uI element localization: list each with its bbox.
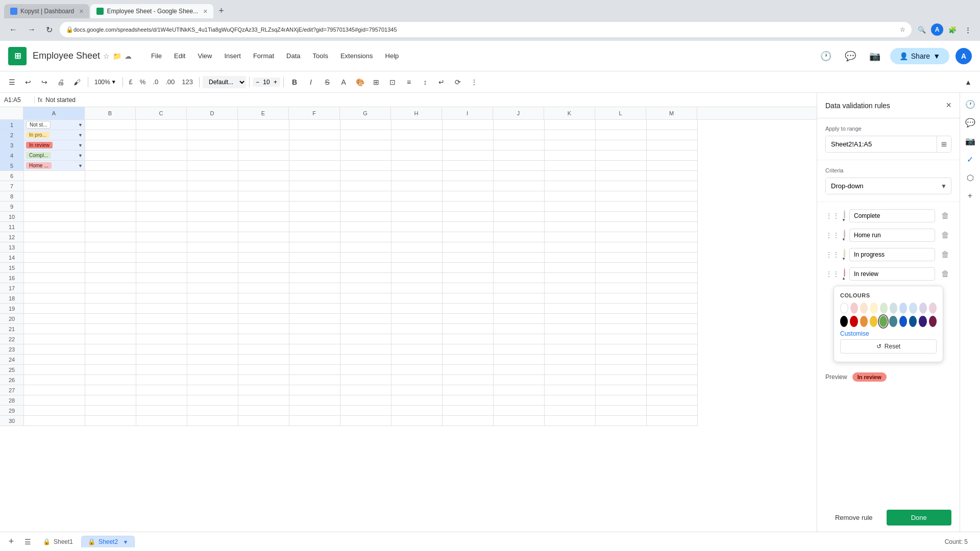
cell-I10[interactable] bbox=[443, 212, 494, 222]
cell-C7[interactable] bbox=[136, 181, 187, 191]
cell-M28[interactable] bbox=[647, 395, 698, 406]
cell-D29[interactable] bbox=[187, 406, 238, 416]
cell-E10[interactable] bbox=[238, 212, 289, 222]
cell-B27[interactable] bbox=[85, 385, 136, 395]
row-header-18[interactable]: 18 bbox=[0, 293, 23, 304]
cell-K2[interactable] bbox=[545, 130, 596, 140]
cell-K17[interactable] bbox=[545, 283, 596, 293]
cell-M24[interactable] bbox=[647, 355, 698, 365]
merge-btn[interactable]: ⊡ bbox=[385, 74, 400, 90]
cell-J1[interactable] bbox=[494, 120, 545, 130]
validation-side-icon[interactable]: ✓ bbox=[963, 152, 977, 166]
camera-side-icon[interactable]: 📷 bbox=[963, 134, 977, 148]
cell-B24[interactable] bbox=[85, 355, 136, 365]
cell-J22[interactable] bbox=[494, 334, 545, 344]
cell-I15[interactable] bbox=[443, 263, 494, 273]
menu-btn[interactable]: ☰ bbox=[4, 74, 19, 90]
user-avatar[interactable]: A bbox=[955, 48, 972, 64]
cell-E1[interactable] bbox=[238, 120, 289, 130]
cell-C24[interactable] bbox=[136, 355, 187, 365]
cell-B18[interactable] bbox=[85, 293, 136, 304]
cell-F23[interactable] bbox=[289, 344, 340, 355]
cell-C10[interactable] bbox=[136, 212, 187, 222]
cell-E2[interactable] bbox=[238, 130, 289, 140]
cell-I25[interactable] bbox=[443, 365, 494, 375]
color-swatch-dark-teal[interactable] bbox=[889, 316, 897, 327]
decrease-decimal[interactable]: .0 bbox=[150, 78, 161, 86]
cell-G16[interactable] bbox=[340, 273, 391, 283]
panel-close-button[interactable]: × bbox=[946, 100, 951, 111]
cell-A2[interactable]: In pro... ▼ bbox=[24, 130, 85, 140]
cell-C27[interactable] bbox=[136, 385, 187, 395]
cell-K23[interactable] bbox=[545, 344, 596, 355]
cell-H17[interactable] bbox=[391, 283, 443, 293]
cell-A8[interactable] bbox=[24, 191, 85, 202]
row-header-24[interactable]: 24 bbox=[0, 355, 23, 365]
cell-D25[interactable] bbox=[187, 365, 238, 375]
range-input[interactable] bbox=[826, 136, 937, 152]
color-swatch-light-green[interactable] bbox=[880, 303, 888, 314]
cell-F4[interactable] bbox=[289, 151, 340, 161]
dropdown-arrow-icon[interactable]: ▼ bbox=[78, 143, 83, 148]
profile-circle[interactable]: A bbox=[931, 23, 943, 36]
cell-K22[interactable] bbox=[545, 334, 596, 344]
cell-L12[interactable] bbox=[596, 232, 647, 242]
cell-A15[interactable] bbox=[24, 263, 85, 273]
cell-I23[interactable] bbox=[443, 344, 494, 355]
cell-D27[interactable] bbox=[187, 385, 238, 395]
cell-E25[interactable] bbox=[238, 365, 289, 375]
delete-in-review-button[interactable]: 🗑 bbox=[939, 267, 951, 281]
camera-icon[interactable]: 📷 bbox=[866, 47, 884, 65]
drag-handle-icon[interactable]: ⋮⋮ bbox=[825, 231, 840, 239]
cell-K7[interactable] bbox=[545, 181, 596, 191]
menu-tools[interactable]: Tools bbox=[308, 50, 333, 62]
color-dot-home-run[interactable]: ▼ bbox=[844, 229, 845, 241]
cell-C4[interactable] bbox=[136, 151, 187, 161]
cell-K16[interactable] bbox=[545, 273, 596, 283]
cell-I20[interactable] bbox=[443, 314, 494, 324]
cell-K5[interactable] bbox=[545, 161, 596, 171]
cell-H15[interactable] bbox=[391, 263, 443, 273]
cell-M20[interactable] bbox=[647, 314, 698, 324]
cell-A22[interactable] bbox=[24, 334, 85, 344]
cell-A5[interactable]: Home ... ▼ bbox=[24, 161, 85, 171]
cell-E14[interactable] bbox=[238, 253, 289, 263]
cell-D12[interactable] bbox=[187, 232, 238, 242]
reset-button[interactable]: ↺ Reset bbox=[840, 339, 937, 354]
cell-M30[interactable] bbox=[647, 416, 698, 426]
tab-kopyst[interactable]: Kopyst | Dashboard × bbox=[4, 4, 89, 18]
row-header-30[interactable]: 30 bbox=[0, 416, 23, 426]
cell-L6[interactable] bbox=[596, 171, 647, 181]
cell-M2[interactable] bbox=[647, 130, 698, 140]
reload-button[interactable]: ↻ bbox=[43, 23, 56, 37]
cell-F28[interactable] bbox=[289, 395, 340, 406]
cell-G1[interactable] bbox=[340, 120, 391, 130]
cell-K18[interactable] bbox=[545, 293, 596, 304]
col-header-I[interactable]: I bbox=[442, 107, 493, 119]
cell-M8[interactable] bbox=[647, 191, 698, 202]
cell-B11[interactable] bbox=[85, 222, 136, 232]
cell-E21[interactable] bbox=[238, 324, 289, 334]
row-header-26[interactable]: 26 bbox=[0, 375, 23, 385]
cell-B25[interactable] bbox=[85, 365, 136, 375]
cell-E12[interactable] bbox=[238, 232, 289, 242]
cell-I12[interactable] bbox=[443, 232, 494, 242]
color-swatch-light-yellow[interactable] bbox=[870, 303, 877, 314]
row-header-17[interactable]: 17 bbox=[0, 283, 23, 293]
cell-I14[interactable] bbox=[443, 253, 494, 263]
cell-F1[interactable] bbox=[289, 120, 340, 130]
row-header-8[interactable]: 8 bbox=[0, 191, 23, 202]
color-dot-in-review[interactable]: ▲ bbox=[844, 268, 845, 280]
cell-J13[interactable] bbox=[494, 242, 545, 253]
cell-L14[interactable] bbox=[596, 253, 647, 263]
cell-B3[interactable] bbox=[85, 140, 136, 151]
cell-F7[interactable] bbox=[289, 181, 340, 191]
cell-D4[interactable] bbox=[187, 151, 238, 161]
cell-F27[interactable] bbox=[289, 385, 340, 395]
cell-C6[interactable] bbox=[136, 171, 187, 181]
formula-content[interactable]: Not started bbox=[45, 96, 813, 104]
color-swatch-green-selected[interactable] bbox=[879, 316, 887, 327]
cell-H18[interactable] bbox=[391, 293, 443, 304]
color-swatch-dark-blue[interactable] bbox=[899, 316, 907, 327]
cell-A25[interactable] bbox=[24, 365, 85, 375]
